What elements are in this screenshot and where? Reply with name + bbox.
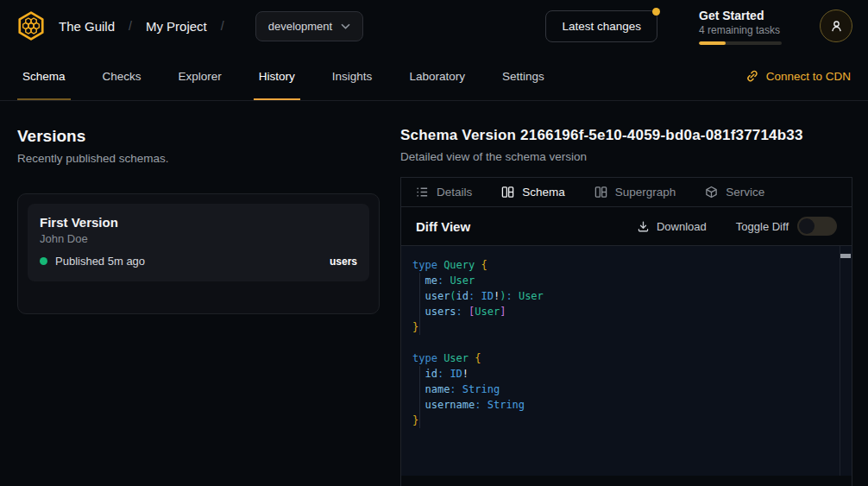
version-author: John Doe (40, 232, 357, 245)
latest-changes-label: Latest changes (562, 20, 641, 33)
nav-tab-settings[interactable]: Settings (497, 52, 550, 100)
get-started-title: Get Started (699, 8, 782, 23)
nav-tab-schema[interactable]: Schema (17, 52, 71, 100)
chevron-down-icon (341, 23, 350, 29)
schema-code-editor[interactable]: type Query { me: User user(id: ID!): Use… (401, 245, 852, 476)
version-detail-subtitle: Detailed view of the schema version (400, 150, 852, 163)
get-started-subtitle: 4 remaining tasks (699, 23, 782, 37)
environment-dropdown[interactable]: development (255, 11, 363, 41)
toggle-diff-knob (799, 218, 815, 234)
indent-guide (419, 366, 420, 428)
cube-icon (705, 186, 718, 199)
scrollbar-track (840, 246, 840, 476)
version-list-item[interactable]: First Version John Doe Published 5m ago … (28, 204, 369, 281)
nav-tab-insights[interactable]: Insights (327, 52, 378, 100)
get-started-progress-fill (699, 41, 726, 45)
nav-tab-laboratory[interactable]: Laboratory (404, 52, 470, 100)
breadcrumb-org[interactable]: The Guild (59, 19, 115, 34)
download-icon (637, 220, 650, 233)
tab-schema[interactable]: Schema (501, 186, 565, 199)
diff-view-header: Diff View Download Toggle Diff (401, 207, 852, 245)
toggle-diff-label: Toggle Diff (736, 220, 789, 233)
target-navigation: Schema Checks Explorer History Insights … (0, 52, 868, 101)
version-detail-tabs: Details Schema (401, 178, 852, 207)
scrollbar-thumb[interactable] (840, 254, 851, 258)
columns-icon (594, 186, 607, 199)
tab-service[interactable]: Service (705, 186, 764, 199)
get-started-widget[interactable]: Get Started 4 remaining tasks (699, 8, 782, 45)
nav-tab-history[interactable]: History (254, 52, 300, 100)
versions-list-card: First Version John Doe Published 5m ago … (17, 193, 380, 314)
tab-supergraph[interactable]: Supergraph (594, 186, 676, 199)
latest-changes-button[interactable]: Latest changes (545, 10, 657, 42)
hive-logo-icon[interactable] (16, 10, 47, 41)
code-block: type Query { me: User user(id: ID!): Use… (412, 257, 831, 428)
get-started-progressbar (699, 41, 782, 45)
version-detail-title: Schema Version 2166196f-5e10-4059-bd0a-0… (400, 127, 852, 144)
app-header: The Guild / My Project / development Lat… (0, 0, 868, 52)
version-status: Published 5m ago (55, 255, 145, 268)
toggle-diff-switch[interactable] (797, 217, 837, 236)
breadcrumb-separator: / (221, 19, 224, 33)
tab-details[interactable]: Details (416, 186, 472, 199)
notification-dot (652, 8, 660, 16)
environment-dropdown-value: development (268, 20, 332, 33)
version-detail-card: Details Schema (400, 177, 852, 486)
download-button[interactable]: Download (637, 220, 707, 233)
columns-icon (501, 186, 514, 199)
link-icon (745, 69, 759, 83)
person-icon (829, 19, 844, 34)
versions-subtitle: Recently published schemas. (17, 152, 380, 165)
connect-to-cdn-link[interactable]: Connect to CDN (745, 69, 851, 83)
user-avatar[interactable] (820, 9, 852, 42)
diff-view-title: Diff View (416, 219, 470, 234)
version-service-badge: users (330, 256, 357, 268)
version-detail-panel: Schema Version 2166196f-5e10-4059-bd0a-0… (400, 127, 852, 486)
breadcrumb-separator: / (129, 19, 132, 33)
list-icon (416, 186, 429, 199)
versions-panel: Versions Recently published schemas. Fir… (17, 127, 380, 486)
breadcrumb-project[interactable]: My Project (146, 19, 207, 34)
nav-tab-explorer[interactable]: Explorer (173, 52, 227, 100)
version-name: First Version (40, 215, 357, 230)
versions-title: Versions (17, 127, 380, 146)
indent-guide (419, 273, 420, 335)
nav-tab-checks[interactable]: Checks (97, 52, 147, 100)
main-content: Versions Recently published schemas. Fir… (0, 101, 868, 486)
published-status-dot (40, 257, 47, 265)
